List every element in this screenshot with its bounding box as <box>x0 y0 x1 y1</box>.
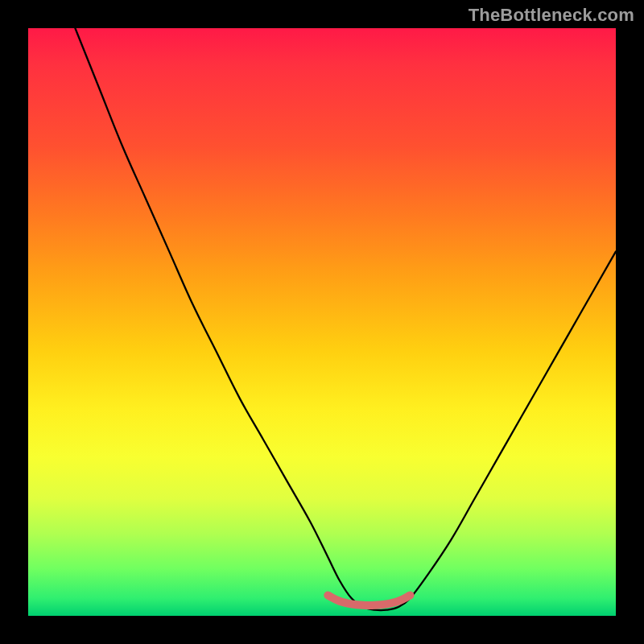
curve-svg <box>28 28 616 616</box>
chart-frame: TheBottleneck.com <box>0 0 644 644</box>
watermark-text: TheBottleneck.com <box>469 5 634 26</box>
bottom-highlight-curve <box>328 595 410 605</box>
main-curve <box>75 28 616 610</box>
plot-area <box>28 28 616 616</box>
